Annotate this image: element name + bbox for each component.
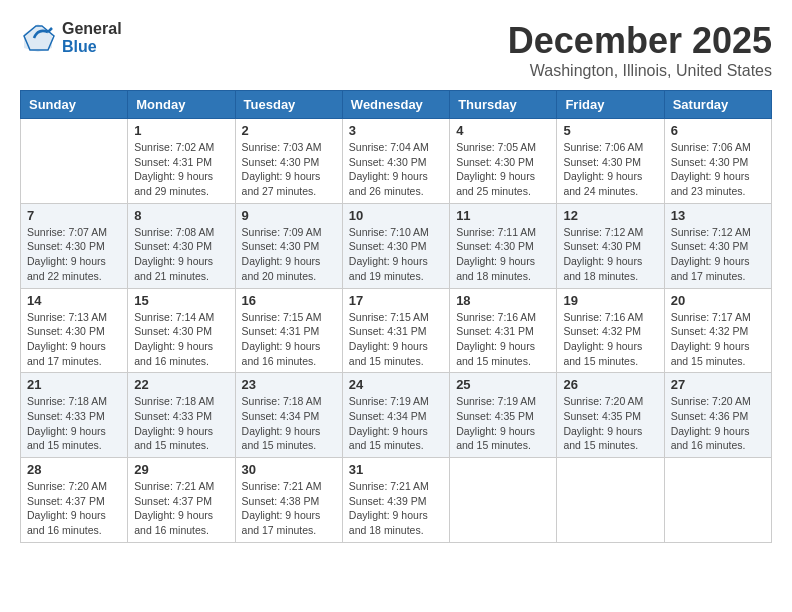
month-title: December 2025 [508, 20, 772, 62]
day-info: Sunrise: 7:18 AMSunset: 4:33 PMDaylight:… [27, 394, 121, 453]
day-number: 7 [27, 208, 121, 223]
calendar-cell [557, 458, 664, 543]
calendar-cell: 11Sunrise: 7:11 AMSunset: 4:30 PMDayligh… [450, 203, 557, 288]
day-number: 14 [27, 293, 121, 308]
calendar-cell: 3Sunrise: 7:04 AMSunset: 4:30 PMDaylight… [342, 119, 449, 204]
day-info: Sunrise: 7:21 AMSunset: 4:38 PMDaylight:… [242, 479, 336, 538]
logo-general-text: General [62, 20, 122, 38]
day-info: Sunrise: 7:04 AMSunset: 4:30 PMDaylight:… [349, 140, 443, 199]
calendar-week-row: 21Sunrise: 7:18 AMSunset: 4:33 PMDayligh… [21, 373, 772, 458]
calendar-cell: 10Sunrise: 7:10 AMSunset: 4:30 PMDayligh… [342, 203, 449, 288]
calendar-week-row: 14Sunrise: 7:13 AMSunset: 4:30 PMDayligh… [21, 288, 772, 373]
day-number: 11 [456, 208, 550, 223]
column-header-sunday: Sunday [21, 91, 128, 119]
calendar-cell: 9Sunrise: 7:09 AMSunset: 4:30 PMDaylight… [235, 203, 342, 288]
calendar-cell: 8Sunrise: 7:08 AMSunset: 4:30 PMDaylight… [128, 203, 235, 288]
calendar-cell: 27Sunrise: 7:20 AMSunset: 4:36 PMDayligh… [664, 373, 771, 458]
calendar-cell: 13Sunrise: 7:12 AMSunset: 4:30 PMDayligh… [664, 203, 771, 288]
calendar-cell: 17Sunrise: 7:15 AMSunset: 4:31 PMDayligh… [342, 288, 449, 373]
title-area: December 2025 Washington, Illinois, Unit… [508, 20, 772, 80]
calendar-week-row: 7Sunrise: 7:07 AMSunset: 4:30 PMDaylight… [21, 203, 772, 288]
svg-marker-0 [24, 24, 52, 52]
page-header: General Blue December 2025 Washington, I… [20, 20, 772, 80]
calendar-cell: 30Sunrise: 7:21 AMSunset: 4:38 PMDayligh… [235, 458, 342, 543]
day-number: 8 [134, 208, 228, 223]
calendar-cell: 26Sunrise: 7:20 AMSunset: 4:35 PMDayligh… [557, 373, 664, 458]
day-info: Sunrise: 7:20 AMSunset: 4:37 PMDaylight:… [27, 479, 121, 538]
day-info: Sunrise: 7:05 AMSunset: 4:30 PMDaylight:… [456, 140, 550, 199]
day-number: 3 [349, 123, 443, 138]
calendar-header-row: SundayMondayTuesdayWednesdayThursdayFrid… [21, 91, 772, 119]
day-number: 17 [349, 293, 443, 308]
day-number: 1 [134, 123, 228, 138]
day-info: Sunrise: 7:20 AMSunset: 4:36 PMDaylight:… [671, 394, 765, 453]
calendar-cell: 19Sunrise: 7:16 AMSunset: 4:32 PMDayligh… [557, 288, 664, 373]
calendar-cell: 24Sunrise: 7:19 AMSunset: 4:34 PMDayligh… [342, 373, 449, 458]
day-info: Sunrise: 7:06 AMSunset: 4:30 PMDaylight:… [671, 140, 765, 199]
logo-blue-text: Blue [62, 38, 122, 56]
calendar-cell: 28Sunrise: 7:20 AMSunset: 4:37 PMDayligh… [21, 458, 128, 543]
day-number: 21 [27, 377, 121, 392]
day-number: 25 [456, 377, 550, 392]
calendar-cell: 23Sunrise: 7:18 AMSunset: 4:34 PMDayligh… [235, 373, 342, 458]
day-info: Sunrise: 7:15 AMSunset: 4:31 PMDaylight:… [349, 310, 443, 369]
day-number: 2 [242, 123, 336, 138]
column-header-wednesday: Wednesday [342, 91, 449, 119]
day-number: 31 [349, 462, 443, 477]
day-info: Sunrise: 7:14 AMSunset: 4:30 PMDaylight:… [134, 310, 228, 369]
day-number: 29 [134, 462, 228, 477]
day-number: 24 [349, 377, 443, 392]
day-info: Sunrise: 7:10 AMSunset: 4:30 PMDaylight:… [349, 225, 443, 284]
day-info: Sunrise: 7:15 AMSunset: 4:31 PMDaylight:… [242, 310, 336, 369]
column-header-saturday: Saturday [664, 91, 771, 119]
column-header-friday: Friday [557, 91, 664, 119]
calendar-cell: 4Sunrise: 7:05 AMSunset: 4:30 PMDaylight… [450, 119, 557, 204]
day-number: 5 [563, 123, 657, 138]
calendar-cell: 18Sunrise: 7:16 AMSunset: 4:31 PMDayligh… [450, 288, 557, 373]
logo: General Blue [20, 20, 122, 56]
calendar-cell [450, 458, 557, 543]
calendar-cell: 16Sunrise: 7:15 AMSunset: 4:31 PMDayligh… [235, 288, 342, 373]
day-info: Sunrise: 7:17 AMSunset: 4:32 PMDaylight:… [671, 310, 765, 369]
day-info: Sunrise: 7:19 AMSunset: 4:35 PMDaylight:… [456, 394, 550, 453]
day-info: Sunrise: 7:18 AMSunset: 4:33 PMDaylight:… [134, 394, 228, 453]
day-info: Sunrise: 7:20 AMSunset: 4:35 PMDaylight:… [563, 394, 657, 453]
day-number: 19 [563, 293, 657, 308]
calendar-cell: 22Sunrise: 7:18 AMSunset: 4:33 PMDayligh… [128, 373, 235, 458]
day-info: Sunrise: 7:16 AMSunset: 4:31 PMDaylight:… [456, 310, 550, 369]
day-number: 12 [563, 208, 657, 223]
day-number: 28 [27, 462, 121, 477]
calendar-cell: 14Sunrise: 7:13 AMSunset: 4:30 PMDayligh… [21, 288, 128, 373]
calendar-table: SundayMondayTuesdayWednesdayThursdayFrid… [20, 90, 772, 543]
day-info: Sunrise: 7:18 AMSunset: 4:34 PMDaylight:… [242, 394, 336, 453]
calendar-cell: 2Sunrise: 7:03 AMSunset: 4:30 PMDaylight… [235, 119, 342, 204]
day-number: 6 [671, 123, 765, 138]
calendar-cell: 29Sunrise: 7:21 AMSunset: 4:37 PMDayligh… [128, 458, 235, 543]
calendar-week-row: 28Sunrise: 7:20 AMSunset: 4:37 PMDayligh… [21, 458, 772, 543]
day-info: Sunrise: 7:12 AMSunset: 4:30 PMDaylight:… [671, 225, 765, 284]
column-header-tuesday: Tuesday [235, 91, 342, 119]
day-number: 15 [134, 293, 228, 308]
day-info: Sunrise: 7:19 AMSunset: 4:34 PMDaylight:… [349, 394, 443, 453]
day-info: Sunrise: 7:12 AMSunset: 4:30 PMDaylight:… [563, 225, 657, 284]
logo-icon [20, 20, 56, 56]
day-info: Sunrise: 7:06 AMSunset: 4:30 PMDaylight:… [563, 140, 657, 199]
location-title: Washington, Illinois, United States [508, 62, 772, 80]
day-number: 23 [242, 377, 336, 392]
day-number: 30 [242, 462, 336, 477]
day-number: 4 [456, 123, 550, 138]
calendar-week-row: 1Sunrise: 7:02 AMSunset: 4:31 PMDaylight… [21, 119, 772, 204]
logo-text: General Blue [62, 20, 122, 55]
day-number: 22 [134, 377, 228, 392]
calendar-cell: 1Sunrise: 7:02 AMSunset: 4:31 PMDaylight… [128, 119, 235, 204]
calendar-cell: 21Sunrise: 7:18 AMSunset: 4:33 PMDayligh… [21, 373, 128, 458]
calendar-cell: 31Sunrise: 7:21 AMSunset: 4:39 PMDayligh… [342, 458, 449, 543]
calendar-cell: 6Sunrise: 7:06 AMSunset: 4:30 PMDaylight… [664, 119, 771, 204]
day-info: Sunrise: 7:03 AMSunset: 4:30 PMDaylight:… [242, 140, 336, 199]
day-info: Sunrise: 7:02 AMSunset: 4:31 PMDaylight:… [134, 140, 228, 199]
day-info: Sunrise: 7:21 AMSunset: 4:37 PMDaylight:… [134, 479, 228, 538]
day-info: Sunrise: 7:13 AMSunset: 4:30 PMDaylight:… [27, 310, 121, 369]
day-number: 9 [242, 208, 336, 223]
day-info: Sunrise: 7:11 AMSunset: 4:30 PMDaylight:… [456, 225, 550, 284]
calendar-cell: 7Sunrise: 7:07 AMSunset: 4:30 PMDaylight… [21, 203, 128, 288]
